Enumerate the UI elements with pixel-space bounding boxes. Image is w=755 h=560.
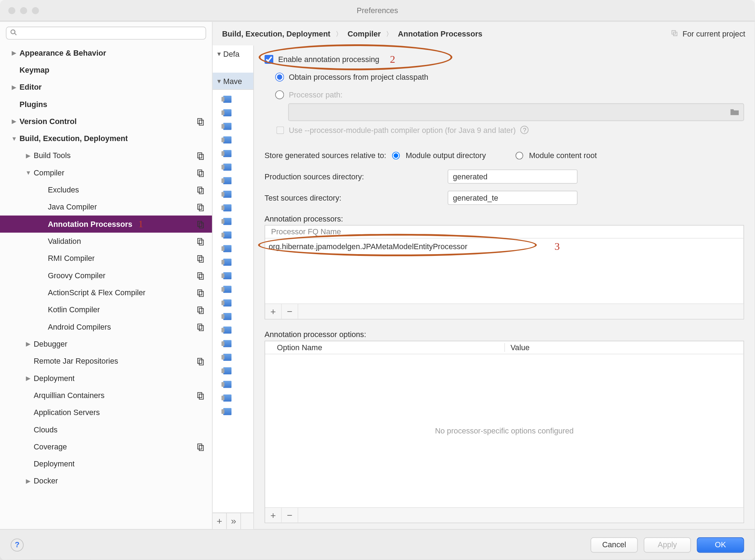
sidebar-item-appearance-behavior[interactable]: ▶Appearance & Behavior [0,44,212,61]
module-item[interactable] [213,214,253,228]
next-button[interactable]: » [227,513,241,529]
help-icon[interactable]: ? [520,126,528,134]
module-item[interactable] [213,350,253,364]
chevron-icon: ▶ [25,341,32,347]
module-item[interactable] [213,404,253,418]
module-item[interactable] [213,187,253,201]
search-input[interactable] [21,29,202,37]
module-item[interactable] [213,377,253,391]
processor-path-label: Processor path: [289,90,343,99]
settings-tree[interactable]: ▶Appearance & BehaviorKeymap▶EditorPlugi… [0,44,212,529]
chevron-down-icon: ▼ [216,50,223,57]
enable-annotation-processing-checkbox[interactable] [264,55,273,63]
sidebar-item-groovy-compiler[interactable]: Groovy Compiler [0,267,212,284]
module-item[interactable] [213,106,253,119]
module-list[interactable] [213,90,253,418]
module-item[interactable] [213,201,253,214]
add-processor-button[interactable]: + [265,304,282,319]
add-profile-button[interactable]: + [213,513,227,529]
sidebar-item-rmi-compiler[interactable]: RMI Compiler [0,250,212,267]
module-item[interactable] [213,323,253,336]
sidebar-item-annotation-processors[interactable]: Annotation Processors1 [0,215,212,233]
processor-path-input [289,104,726,121]
module-item[interactable] [213,92,253,106]
test-dir-input[interactable] [448,191,578,205]
sidebar-item-editor[interactable]: ▶Editor [0,79,212,96]
processor-path-radio[interactable] [275,90,284,99]
sidebar-item-actionscript-flex-compiler[interactable]: ActionScript & Flex Compiler [0,284,212,301]
preferences-window: Preferences ▶Appearance & BehaviorKeymap… [0,0,755,560]
sidebar-item-plugins[interactable]: Plugins [0,96,212,113]
module-item[interactable] [213,146,253,160]
sidebar-item-compiler[interactable]: ▼Compiler [0,164,212,181]
module-item[interactable] [213,255,253,269]
add-option-button[interactable]: + [265,508,282,523]
folder-icon[interactable] [726,104,744,121]
module-item[interactable] [213,337,253,350]
sidebar-item-build-execution-deployment[interactable]: ▼Build, Execution, Deployment [0,130,212,147]
sidebar-item-android-compilers[interactable]: Android Compilers [0,318,212,335]
table-row[interactable]: org.hibernate.jpamodelgen.JPAMetaModelEn… [265,239,743,254]
module-item[interactable] [213,119,253,133]
empty-state: No processor-specific options configured [265,354,743,507]
title-bar[interactable]: Preferences [0,0,755,21]
sidebar-item-arquillian-containers[interactable]: Arquillian Containers [0,387,212,404]
remove-option-button[interactable]: − [282,508,298,523]
svg-rect-27 [199,394,203,399]
module-item[interactable] [213,241,253,255]
sidebar-item-version-control[interactable]: ▶Version Control [0,113,212,130]
sidebar-item-label: Build Tools [34,151,71,160]
module-item[interactable] [213,296,253,309]
module-item[interactable] [213,174,253,187]
svg-rect-11 [199,223,203,228]
profile-maven[interactable]: ▼ Mave [213,73,253,89]
obtain-from-classpath-radio[interactable] [275,72,284,81]
sidebar-item-validation[interactable]: Validation [0,233,212,250]
sidebar-item-java-compiler[interactable]: Java Compiler [0,198,212,215]
help-button[interactable]: ? [11,538,24,551]
sidebar-item-clouds[interactable]: Clouds [0,421,212,438]
sidebar-item-kotlin-compiler[interactable]: Kotlin Compiler [0,301,212,318]
sidebar-item-label: Android Compilers [48,323,111,331]
sidebar-item-excludes[interactable]: Excludes [0,181,212,198]
ok-button[interactable]: OK [697,537,744,552]
module-icon [223,313,231,320]
module-item[interactable] [213,228,253,241]
sidebar-item-application-servers[interactable]: Application Servers [0,404,212,421]
module-item[interactable] [213,133,253,146]
processor-module-path-label: Use --processor-module-path compiler opt… [289,125,516,134]
sidebar-item-build-tools[interactable]: ▶Build Tools [0,147,212,164]
sidebar-item-deployment[interactable]: ▶Deployment [0,370,212,387]
cancel-button[interactable]: Cancel [591,537,638,552]
breadcrumb-part[interactable]: Build, Execution, Deployment [222,29,330,38]
copy-icon [197,151,205,159]
breadcrumb-part[interactable]: Compiler [347,29,381,38]
module-icon [223,381,231,388]
profile-list[interactable]: ▼ Defa ▼ Mave + » [213,45,254,529]
module-item[interactable] [213,160,253,173]
sidebar-item-remote-jar-repositories[interactable]: Remote Jar Repositories [0,353,212,370]
module-item[interactable] [213,269,253,282]
sidebar-item-label: Remote Jar Repositories [34,357,118,365]
apply-button[interactable]: Apply [644,537,691,552]
production-dir-input[interactable] [448,169,578,184]
module-item[interactable] [213,391,253,404]
module-item[interactable] [213,282,253,296]
sidebar-item-deployment[interactable]: Deployment [0,455,212,472]
module-output-directory-radio[interactable] [392,151,400,159]
module-item[interactable] [213,309,253,323]
profile-default[interactable]: ▼ Defa [213,45,253,62]
remove-processor-button[interactable]: − [282,304,298,319]
svg-rect-13 [199,240,203,245]
sidebar-item-coverage[interactable]: Coverage [0,438,212,455]
sidebar-item-label: Arquillian Containers [34,391,105,400]
chevron-down-icon: ▼ [216,78,223,84]
sidebar-item-keymap[interactable]: Keymap [0,61,212,78]
svg-rect-7 [199,188,203,194]
module-item[interactable] [213,364,253,377]
sidebar-item-debugger[interactable]: ▶Debugger [0,335,212,352]
sidebar-item-docker[interactable]: ▶Docker [0,472,212,489]
module-content-root-radio[interactable] [515,151,523,159]
processor-module-path-checkbox [276,126,284,134]
module-icon [223,408,231,415]
